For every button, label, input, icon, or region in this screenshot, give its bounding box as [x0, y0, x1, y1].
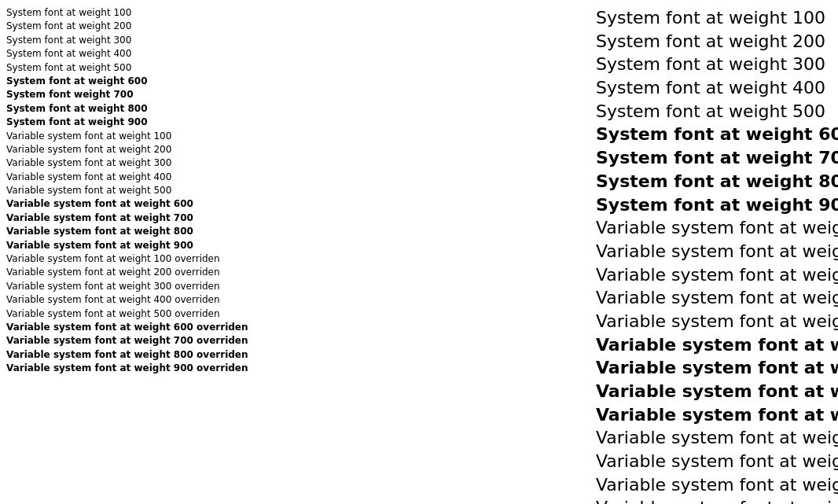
font-line: Variable system font at weight 300 overr…	[596, 473, 838, 497]
font-line: System font at weight 100	[596, 6, 838, 30]
font-line: Variable system font at weight 300	[6, 156, 250, 170]
font-line: Variable system font at weight 900 overr…	[6, 362, 250, 375]
font-line: System font at weight 500	[596, 100, 838, 123]
font-line: Variable system font at weight 100 overr…	[596, 426, 838, 450]
font-line: Variable system font at weight 300	[596, 263, 838, 287]
font-line: System font at weight 500	[6, 61, 250, 75]
font-line: Variable system font at weight 400	[6, 171, 250, 184]
font-line: Variable system font at weight 300 overr…	[6, 280, 250, 293]
font-line: Variable system font at weight 200	[596, 240, 838, 263]
font-line: System font at weight 600	[596, 123, 838, 146]
font-line: System font at weight 900	[6, 116, 250, 129]
font-line: Variable system font at weight 800	[6, 225, 250, 238]
font-line: System font weight 700	[6, 88, 250, 101]
font-line: Variable system font at weight 600	[596, 333, 838, 357]
font-line: Variable system font at weight 700	[596, 356, 838, 380]
font-line: System font at weight 800	[6, 102, 250, 116]
font-line: Variable system font at weight 100	[596, 216, 838, 240]
font-line: Variable system font at weight 800 overr…	[6, 348, 250, 362]
font-line: Variable system font at weight 200	[6, 143, 250, 156]
font-line: Variable system font at weight 600	[6, 197, 250, 211]
font-line: System font at weight 800	[596, 170, 838, 193]
font-line: Variable system font at weight 100 overr…	[6, 252, 250, 266]
font-line: System font at weight 300	[596, 53, 838, 76]
font-line: System font at weight 400	[596, 76, 838, 100]
font-line: Variable system font at weight 400 overr…	[596, 496, 838, 504]
font-line: Variable system font at weight 200 overr…	[6, 266, 250, 279]
font-line: System font at weight 200	[596, 30, 838, 53]
right-column: System font at weight 100System font at …	[250, 6, 838, 504]
font-line: Variable system font at weight 900	[6, 239, 250, 252]
left-column: System font at weight 100System font at …	[6, 6, 250, 504]
font-line: Variable system font at weight 700	[6, 212, 250, 225]
font-line: Variable system font at weight 500	[596, 310, 838, 333]
font-line: Variable system font at weight 700 overr…	[6, 334, 250, 348]
font-demo-columns: System font at weight 100System font at …	[6, 6, 832, 504]
font-line: Variable system font at weight 600 overr…	[6, 321, 250, 334]
font-line: System font at weight 200	[6, 20, 250, 33]
font-line: System font at weight 100	[6, 6, 250, 20]
font-line: Variable system font at weight 200 overr…	[596, 450, 838, 473]
font-line: Variable system font at weight 400 overr…	[6, 293, 250, 307]
font-line: Variable system font at weight 500 overr…	[6, 307, 250, 321]
font-line: Variable system font at weight 400	[596, 286, 838, 310]
font-line: Variable system font at weight 500	[6, 184, 250, 197]
font-line: System font at weight 900	[596, 193, 838, 217]
font-line: Variable system font at weight 900	[596, 403, 838, 427]
font-line: Variable system font at weight 800	[596, 380, 838, 403]
font-line: Variable system font at weight 100	[6, 130, 250, 143]
font-line: System font at weight 400	[6, 47, 250, 61]
font-line: System font at weight 700	[596, 146, 838, 170]
font-line: System font at weight 300	[6, 34, 250, 47]
font-line: System font at weight 600	[6, 75, 250, 88]
